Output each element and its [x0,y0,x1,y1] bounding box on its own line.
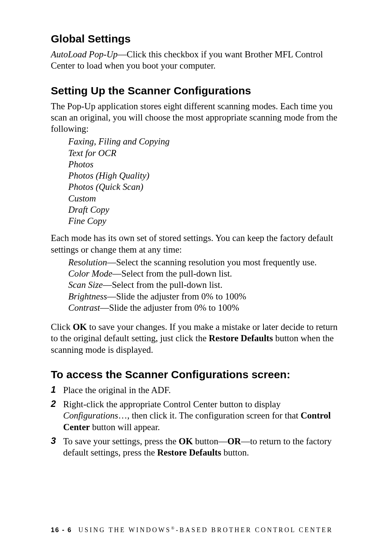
setting-item: Color Mode—Select from the pull-down lis… [68,268,345,279]
setting-item: Brightness—Slide the adjuster from 0% to… [68,291,345,302]
mode-list: Faxing, Filing and Copying Text for OCR … [68,136,345,227]
step-text: Right-click the appropriate Control Cent… [63,399,345,433]
bold-ok: OK [179,436,193,446]
para-intro: The Pop-Up application stores eight diff… [51,101,345,135]
heading-access-screen: To access the Scanner Configurations scr… [51,368,345,381]
bold-restore: Restore Defaults [209,333,273,343]
setting-desc: —Select the scanning resolution you most… [107,257,317,267]
setting-desc: —Slide the adjuster from 0% to 100% [100,303,239,313]
step-text: To save your settings, press the OK butt… [63,436,345,458]
section-scanner-config: Setting Up the Scanner Configurations Th… [51,85,345,355]
mode-item: Photos (Quick Scan) [68,181,345,192]
mode-item: Text for OCR [68,147,345,159]
section-access-screen: To access the Scanner Configurations scr… [51,368,345,458]
footer-title-a: USING THE WINDOWS [78,526,171,534]
section-global-settings: Global Settings AutoLoad Pop-Up—Click th… [51,33,345,72]
setting-item: Scan Size—Select from the pull-down list… [68,279,345,290]
setting-item: Contrast—Slide the adjuster from 0% to 1… [68,302,345,313]
setting-desc: —Select from the pull-down list. [103,280,222,290]
document-page: Global Settings AutoLoad Pop-Up—Click th… [0,0,392,555]
setting-label: Resolution [68,257,107,267]
setting-label: Brightness [68,291,107,301]
step-text: Place the original in the ADF. [63,384,171,396]
footer-title-b: -BASED BROTHER CONTROL CENTER [176,526,333,534]
text-fragment: …, then click it. The configuration scre… [118,411,301,420]
bold-restore: Restore Defaults [157,448,221,457]
setting-label: Color Mode [68,269,113,278]
italic-autoload: AutoLoad Pop-Up [51,49,118,59]
para-click-ok: Click OK to save your changes. If you ma… [51,321,345,355]
text-fragment: To save your settings, press the [63,436,179,446]
bold-ok: OK [73,322,87,332]
heading-scanner-config: Setting Up the Scanner Configurations [51,85,345,97]
setting-desc: —Select from the pull-down list. [113,269,232,278]
setting-label: Contrast [68,303,100,313]
step-number: 1 [51,384,63,396]
mode-item: Custom [68,193,345,204]
para-autoload: AutoLoad Pop-Up—Click this checkbox if y… [51,49,345,72]
registered-icon: ® [171,526,176,531]
page-footer: 16 - 6USING THE WINDOWS®-BASED BROTHER C… [51,526,333,534]
bold-or: OR [227,436,241,446]
text-fragment: Click [51,322,73,332]
mode-item: Draft Copy [68,204,345,215]
step-number: 3 [51,436,63,458]
italic-configurations: Configurations [63,411,118,420]
step-2: 2 Right-click the appropriate Control Ce… [51,399,345,433]
mode-item: Photos [68,159,345,170]
text-fragment: button. [221,448,249,457]
heading-global-settings: Global Settings [51,33,345,45]
page-number: 16 - 6 [51,526,72,534]
setting-desc: —Slide the adjuster from 0% to 100% [107,291,246,301]
setting-item: Resolution—Select the scanning resolutio… [68,257,345,268]
mode-item: Faxing, Filing and Copying [68,136,345,147]
mode-item: Fine Copy [68,215,345,227]
text-fragment: Right-click the appropriate Control Cent… [63,399,281,409]
settings-list: Resolution—Select the scanning resolutio… [68,257,345,313]
text-fragment: button will appear. [90,422,160,432]
mode-item: Photos (High Quality) [68,170,345,181]
step-3: 3 To save your settings, press the OK bu… [51,436,345,458]
setting-label: Scan Size [68,280,103,290]
step-number: 2 [51,399,63,433]
text-fragment: button— [193,436,227,446]
para-each-mode: Each mode has its own set of stored sett… [51,232,345,255]
step-1: 1 Place the original in the ADF. [51,384,345,396]
